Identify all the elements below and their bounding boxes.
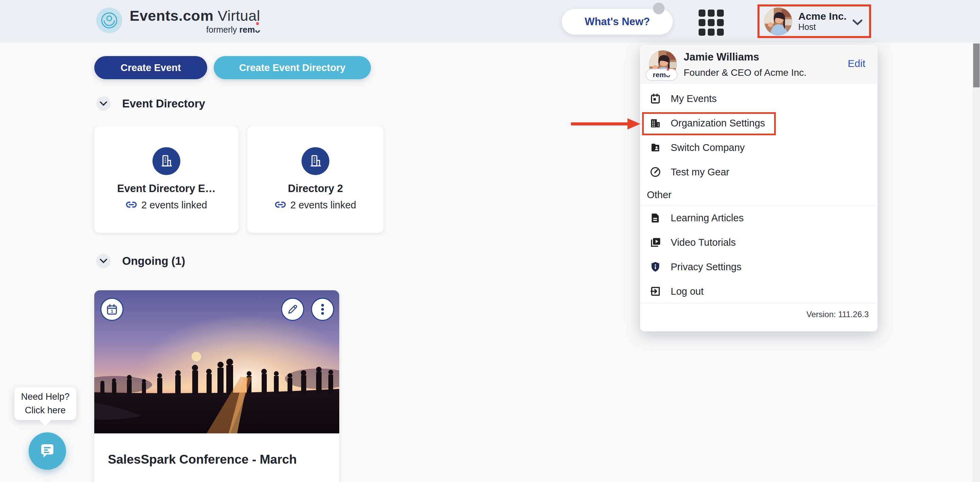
link-icon	[275, 200, 286, 211]
collapse-chevron-icon[interactable]	[96, 97, 111, 111]
directory-card-title: Event Directory E…	[117, 182, 215, 195]
remo-smile-glyph: ᴗ	[255, 25, 260, 35]
folder-user-icon	[648, 142, 662, 153]
edit-event-button[interactable]	[281, 298, 304, 321]
ongoing-section-header: Ongoing (1)	[96, 254, 185, 268]
brand-tagline: formerly remᴗ	[130, 25, 260, 35]
event-card[interactable]: 1 SalesSpark Conference - March	[94, 290, 339, 482]
account-dropdown-menu: remᴗ Jamie Williams Founder & CEO of Acm…	[640, 45, 878, 331]
logout-icon	[648, 285, 662, 297]
chat-bubble-icon	[38, 442, 56, 461]
linked-events: 2 events linked	[126, 200, 207, 211]
remo-badge: remᴗ	[646, 69, 678, 81]
organization-icon	[648, 117, 662, 129]
menu-item-organization-settings[interactable]: Organization Settings	[640, 111, 878, 135]
account-menu-trigger[interactable]: Acme Inc. Host	[757, 5, 871, 38]
event-date-badge: 1	[100, 298, 124, 321]
shield-info-icon	[648, 261, 662, 273]
app-version: Version: 111.26.3	[640, 304, 878, 325]
annotation-arrow	[571, 117, 640, 132]
menu-item-switch-company[interactable]: Switch Company	[640, 135, 878, 160]
speedometer-icon	[648, 166, 662, 178]
menu-item-test-my-gear[interactable]: Test my Gear	[640, 160, 878, 184]
menu-section-other: Other	[640, 184, 878, 205]
chevron-down-icon	[852, 19, 863, 27]
svg-text:1: 1	[111, 309, 113, 314]
video-library-icon	[648, 236, 662, 248]
menu-item-video-tutorials[interactable]: Video Tutorials	[640, 230, 878, 255]
account-role: Host	[798, 22, 846, 32]
menu-item-my-events[interactable]: My Events	[640, 86, 878, 111]
link-icon	[126, 200, 137, 211]
dropdown-user-header: remᴗ Jamie Williams Founder & CEO of Acm…	[640, 45, 878, 83]
event-cover-photo: 1	[94, 290, 339, 433]
page: Events.com Virtual formerly remᴗ What's …	[0, 0, 980, 482]
brand-name-light: Virtual	[218, 8, 260, 24]
dropdown-avatar: remᴗ	[649, 50, 677, 78]
directory-card-title: Directory 2	[288, 182, 343, 195]
brand-logo: Events.com Virtual formerly remᴗ	[96, 8, 260, 35]
edit-profile-link[interactable]: Edit	[848, 58, 865, 69]
dropdown-menu-list: My Events	[640, 83, 878, 325]
events-logo-icon	[96, 8, 122, 33]
building-icon	[153, 147, 180, 175]
menu-item-learning-articles[interactable]: Learning Articles	[640, 206, 878, 230]
building-icon	[301, 147, 329, 175]
article-icon	[648, 212, 662, 224]
directory-card-1[interactable]: Event Directory E… 2 events linked	[94, 126, 239, 233]
user-subtitle: Founder & CEO of Acme Inc.	[684, 67, 807, 78]
event-more-options-button[interactable]	[311, 298, 334, 321]
directory-card-2[interactable]: Directory 2 2 events linked	[247, 126, 383, 233]
create-event-directory-button[interactable]: Create Event Directory	[214, 56, 371, 79]
help-chat-button[interactable]	[29, 432, 66, 470]
collapse-chevron-icon[interactable]	[96, 254, 111, 268]
avatar	[764, 8, 792, 35]
menu-item-log-out[interactable]: Log out	[640, 279, 878, 304]
top-header: Events.com Virtual formerly remᴗ What's …	[0, 0, 980, 43]
brand-name: Events.com Virtual	[130, 8, 260, 24]
event-title: SalesSpark Conference - March	[108, 452, 339, 467]
create-event-button[interactable]: Create Event	[94, 56, 207, 79]
section-title: Event Directory	[122, 97, 205, 110]
account-text: Acme Inc. Host	[798, 11, 846, 32]
menu-item-privacy-settings[interactable]: Privacy Settings	[640, 255, 878, 279]
section-title: Ongoing (1)	[122, 255, 185, 268]
scrollbar-thumb[interactable]	[973, 43, 980, 87]
scrollbar-track[interactable]	[972, 43, 980, 482]
help-tooltip: Need Help? Click here	[14, 387, 76, 420]
brand-text: Events.com Virtual formerly remᴗ	[130, 8, 260, 35]
user-name: Jamie Williams	[684, 51, 759, 63]
brand-name-bold: Events.com	[130, 8, 213, 24]
apps-grid-icon[interactable]	[698, 10, 724, 33]
linked-events: 2 events linked	[275, 200, 356, 211]
event-directory-section-header: Event Directory	[96, 97, 205, 111]
account-company: Acme Inc.	[798, 11, 846, 22]
calendar-icon	[648, 93, 662, 105]
notification-dot	[653, 3, 665, 14]
